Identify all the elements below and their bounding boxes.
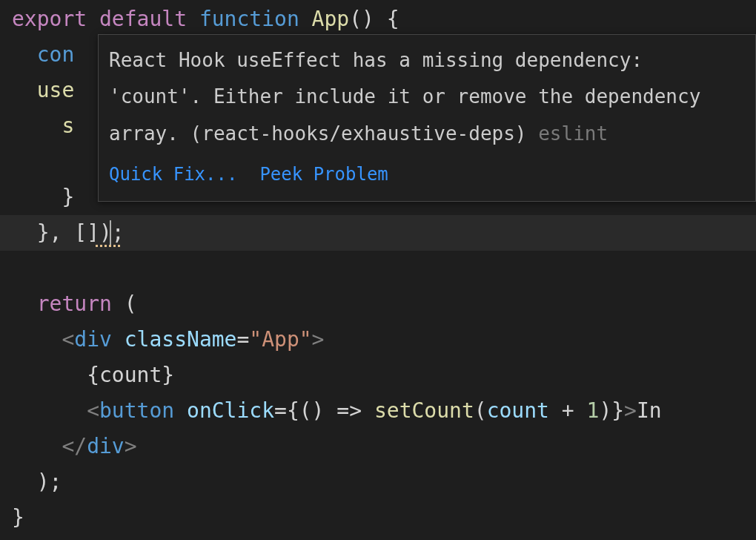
code-line: return ( xyxy=(0,286,756,322)
diagnostic-actions: Quick Fix... Peek Problem xyxy=(99,158,755,201)
warning-squiggle xyxy=(96,245,122,247)
code-line: } xyxy=(0,500,756,536)
code-line: export default function App() { xyxy=(0,1,756,37)
text-cursor xyxy=(110,220,111,246)
quick-fix-link[interactable]: Quick Fix... xyxy=(109,158,237,192)
keyword-function: function xyxy=(199,1,299,37)
call-useeffect: use xyxy=(37,73,75,108)
keyword-return: return xyxy=(37,286,112,322)
code-line: </div> xyxy=(0,429,756,464)
code-line-active: }, []); xyxy=(0,215,756,251)
keyword-const: con xyxy=(37,37,75,73)
diagnostic-source: eslint xyxy=(538,122,608,145)
peek-problem-link[interactable]: Peek Problem xyxy=(259,158,388,192)
code-editor[interactable]: export default function App() { con use … xyxy=(0,0,756,536)
code-line: ); xyxy=(0,464,756,500)
diagnostic-message: React Hook useEffect has a missing depen… xyxy=(99,35,755,158)
code-line-blank xyxy=(0,251,756,286)
diagnostic-hover: React Hook useEffect has a missing depen… xyxy=(98,34,756,202)
function-name: App xyxy=(312,1,350,37)
keyword-default: default xyxy=(99,1,187,37)
code-line: <div className="App"> xyxy=(0,322,756,358)
code-line: <button onClick={() => setCount(count + … xyxy=(0,393,756,429)
code-line: {count} xyxy=(0,358,756,393)
keyword-export: export xyxy=(12,1,87,37)
